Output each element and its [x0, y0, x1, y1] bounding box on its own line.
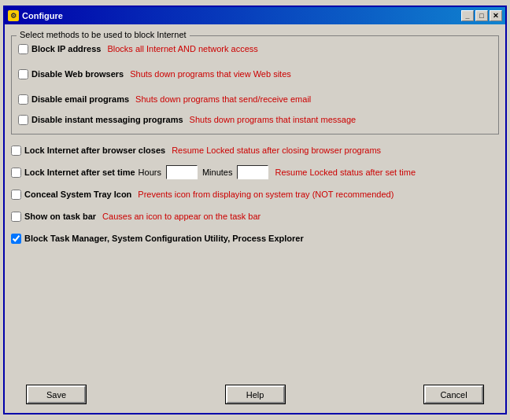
help-button[interactable]: Help [226, 385, 285, 403]
disable-im-desc: Shuts down programs that instant message [190, 115, 357, 124]
disable-browsers-checkbox-container: Disable Web browsers [18, 69, 124, 79]
disable-email-checkbox[interactable] [18, 94, 28, 105]
lock-browser-row: Lock Internet after browser closes Resum… [11, 142, 499, 158]
minutes-label: Minutes [202, 168, 233, 177]
show-taskbar-row: Show on task bar Causes an icon to appea… [11, 208, 499, 224]
window-title: Configure [22, 11, 63, 20]
cancel-button[interactable]: Cancel [424, 385, 483, 403]
title-bar-controls: _ □ ✕ [461, 10, 502, 21]
window-content: Select methods to be used to block Inter… [5, 24, 505, 413]
show-taskbar-desc: Causes an icon to appear on the task bar [102, 212, 261, 221]
maximize-button[interactable]: □ [475, 10, 488, 21]
disable-email-row: Disable email programs Shuts down progra… [18, 91, 492, 107]
lower-options: Lock Internet after browser closes Resum… [11, 139, 499, 249]
disable-im-row: Disable instant messaging programs Shuts… [18, 112, 492, 127]
block-task-manager-checkbox[interactable] [11, 234, 21, 244]
disable-im-checkbox[interactable] [18, 115, 28, 125]
save-button[interactable]: Save [27, 385, 86, 403]
block-task-manager-label: Block Task Manager, System Configuration… [24, 234, 304, 243]
hours-input[interactable] [166, 165, 198, 179]
button-row: Save Help Cancel [11, 381, 499, 407]
title-bar-text: ⚙ Configure [8, 10, 63, 21]
lock-time-desc: Resume Locked status after set time [275, 168, 416, 177]
block-ip-label: Block IP address [31, 44, 101, 53]
hours-label: Hours [139, 168, 161, 177]
lock-time-row: Lock Internet after set time Hours Minut… [11, 164, 499, 180]
block-task-manager-checkbox-container: Block Task Manager, System Configuration… [11, 234, 304, 244]
disable-email-checkbox-container: Disable email programs [18, 94, 129, 105]
disable-email-label: Disable email programs [31, 94, 129, 104]
show-taskbar-checkbox-container: Show on task bar [11, 212, 96, 222]
lock-time-checkbox[interactable] [11, 168, 21, 178]
show-taskbar-checkbox[interactable] [11, 212, 21, 222]
title-bar: ⚙ Configure _ □ ✕ [5, 7, 505, 24]
disable-browsers-label: Disable Web browsers [31, 69, 124, 79]
conceal-tray-desc: Prevents icon from displaying on system … [138, 190, 394, 199]
group-box-label: Select methods to be used to block Inter… [17, 30, 190, 39]
block-task-manager-row: Block Task Manager, System Configuration… [11, 230, 499, 246]
block-methods-group: Select methods to be used to block Inter… [11, 35, 499, 134]
disable-email-desc: Shuts down programs that send/receive em… [135, 94, 311, 104]
lock-browser-checkbox[interactable] [11, 146, 21, 156]
lock-time-checkbox-container: Lock Internet after set time [11, 168, 135, 178]
disable-browsers-checkbox[interactable] [18, 69, 28, 79]
block-ip-row: Block IP address Blocks all Internet AND… [18, 41, 492, 57]
lock-browser-desc: Resume Locked status after closing brows… [172, 146, 381, 155]
lock-browser-checkbox-container: Lock Internet after browser closes [11, 146, 165, 156]
show-taskbar-label: Show on task bar [24, 212, 96, 221]
window-icon: ⚙ [8, 10, 19, 21]
conceal-tray-label: Conceal System Tray Icon [24, 190, 131, 199]
lock-browser-label: Lock Internet after browser closes [24, 146, 165, 155]
lock-time-label: Lock Internet after set time [24, 168, 135, 177]
conceal-tray-checkbox[interactable] [11, 190, 21, 200]
block-ip-desc: Blocks all Internet AND network access [107, 44, 257, 53]
close-button[interactable]: ✕ [490, 10, 502, 21]
disable-browsers-desc: Shuts down programs that view Web sites [130, 69, 291, 79]
minutes-input[interactable] [237, 165, 268, 179]
disable-im-checkbox-container: Disable instant messaging programs [18, 115, 183, 125]
configure-window: ⚙ Configure _ □ ✕ Select methods to be u… [3, 6, 507, 414]
conceal-tray-row: Conceal System Tray Icon Prevents icon f… [11, 186, 499, 202]
conceal-tray-checkbox-container: Conceal System Tray Icon [11, 190, 131, 200]
disable-im-label: Disable instant messaging programs [31, 115, 183, 124]
hours-minutes-group: Hours Minutes [135, 165, 269, 179]
disable-browsers-row: Disable Web browsers Shuts down programs… [18, 66, 492, 82]
minimize-button[interactable]: _ [461, 10, 474, 21]
block-ip-checkbox[interactable] [18, 44, 28, 54]
block-ip-checkbox-container: Block IP address [18, 44, 101, 54]
